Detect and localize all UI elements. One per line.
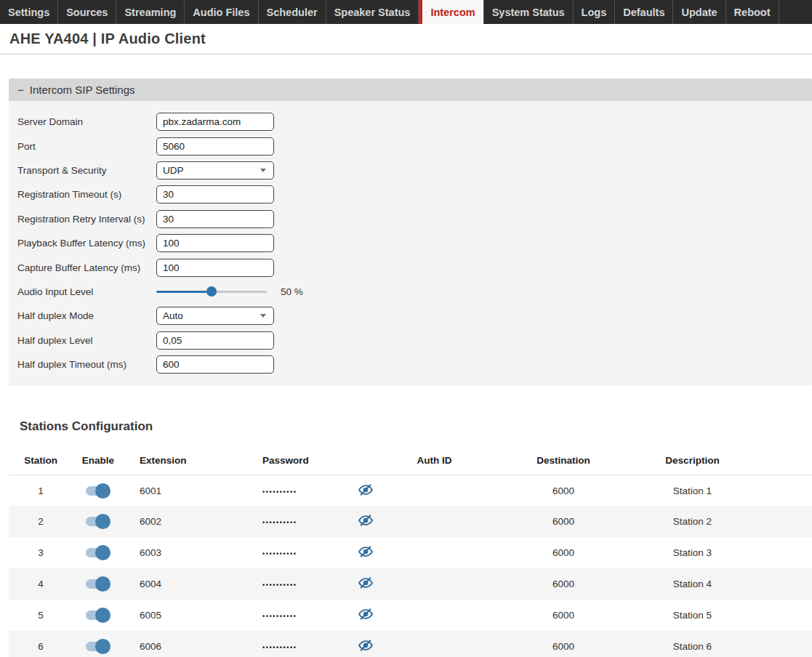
extension-value: 6002 [124, 506, 258, 537]
station-number: 4 [9, 568, 73, 600]
form-row: Registration Retry Interval (s) [17, 207, 812, 231]
field-label: Transport & Security [17, 165, 156, 176]
description-value: Station 4 [643, 568, 741, 600]
description-value: Station 3 [643, 537, 741, 568]
password-dots: •••••••••• [262, 581, 297, 589]
playback-buffer-latency-ms-input[interactable] [156, 234, 274, 252]
nav-tab-intercom[interactable]: Intercom [419, 0, 483, 24]
extension-value: 6004 [124, 568, 258, 600]
nav-tab-logs[interactable]: Logs [574, 0, 616, 24]
audio-input-level-slider[interactable] [156, 286, 267, 297]
enable-cell [73, 600, 124, 631]
toggle-thumb [95, 639, 110, 654]
auth-id-value [385, 600, 483, 631]
extension-value: 6001 [124, 475, 258, 506]
enable-toggle[interactable] [86, 483, 110, 499]
col-header-password: Password [258, 446, 353, 475]
auth-id-value [385, 475, 483, 506]
station-row-5: 56005••••••••••6000Station 5 [9, 600, 812, 631]
registration-retry-interval-s-input[interactable] [156, 210, 274, 228]
visibility-off-icon[interactable] [358, 637, 374, 653]
slider-thumb[interactable] [206, 286, 217, 297]
extension-value: 6006 [124, 631, 258, 657]
visibility-off-icon[interactable] [358, 544, 374, 560]
visibility-off-icon[interactable] [358, 575, 374, 591]
station-number: 5 [9, 600, 73, 631]
nav-tab-settings[interactable]: Settings [0, 0, 58, 24]
auth-id-value [385, 568, 483, 600]
nav-tab-scheduler[interactable]: Scheduler [259, 0, 326, 24]
destination-value: 6000 [483, 475, 643, 506]
enable-toggle[interactable] [86, 545, 110, 560]
station-row-2: 26002••••••••••6000Station 2 [9, 506, 812, 537]
nav-tab-update[interactable]: Update [673, 0, 725, 24]
destination-value: 6000 [483, 600, 643, 631]
row-spacer [741, 537, 812, 568]
col-header-enable: Enable [73, 446, 124, 475]
enable-toggle[interactable] [86, 608, 110, 623]
toggle-thumb [95, 545, 110, 560]
sip-panel-header[interactable]: − Intercom SIP Settings [9, 78, 812, 101]
field-label: Capture Buffer Latency (ms) [17, 262, 156, 273]
extension-value: 6005 [124, 600, 258, 631]
slider-value-label: 50 % [281, 286, 303, 297]
auth-id-value [385, 506, 483, 537]
form-row: Port [17, 134, 812, 158]
destination-value: 6000 [483, 506, 643, 537]
nav-tab-streaming[interactable]: Streaming [116, 0, 185, 24]
transport-security-select[interactable]: UDP [156, 161, 274, 180]
select-wrap: Auto [156, 307, 274, 325]
destination-value: 6000 [483, 631, 643, 657]
station-row-1: 16001••••••••••6000Station 1 [9, 475, 812, 506]
form-row: Half duplex Level [17, 328, 812, 352]
nav-tab-sources[interactable]: Sources [58, 0, 116, 24]
row-spacer [741, 631, 812, 657]
nav-tab-system-status[interactable]: System Status [484, 0, 574, 24]
form-row: Half duplex ModeAuto [17, 304, 812, 328]
password-masked: •••••••••• [258, 631, 353, 657]
station-number: 1 [9, 475, 73, 506]
auth-id-value [385, 631, 483, 657]
server-domain-input[interactable] [156, 113, 274, 131]
nav-tab-defaults[interactable]: Defaults [615, 0, 673, 24]
visibility-off-icon[interactable] [358, 482, 374, 498]
visibility-off-icon[interactable] [358, 512, 374, 528]
password-visibility-cell [353, 631, 385, 657]
nav-tab-reboot[interactable]: Reboot [726, 0, 779, 24]
station-row-6: 66006••••••••••6000Station 6 [9, 631, 812, 657]
toggle-thumb [95, 483, 110, 499]
form-row: Server Domain [17, 110, 812, 134]
enable-toggle[interactable] [86, 639, 110, 654]
field-label: Registration Timeout (s) [17, 189, 156, 200]
visibility-off-icon[interactable] [358, 606, 374, 622]
half-duplex-level-input[interactable] [156, 331, 274, 350]
half-duplex-mode-select[interactable]: Auto [156, 307, 274, 325]
station-number: 3 [9, 537, 73, 568]
station-number: 6 [9, 631, 73, 657]
password-masked: •••••••••• [258, 537, 353, 568]
field-label: Server Domain [17, 116, 156, 127]
capture-buffer-latency-ms-input[interactable] [156, 259, 274, 277]
registration-timeout-s-input[interactable] [156, 185, 274, 203]
row-spacer [741, 506, 812, 537]
port-input[interactable] [156, 137, 274, 156]
password-dots: •••••••••• [262, 488, 297, 496]
nav-tab-audio-files[interactable]: Audio Files [185, 0, 258, 24]
description-value: Station 6 [643, 631, 741, 657]
password-visibility-cell [353, 506, 385, 537]
enable-toggle[interactable] [86, 514, 110, 529]
destination-value: 6000 [483, 568, 643, 600]
col-header-station: Station [9, 446, 73, 475]
nav-tab-speaker-status[interactable]: Speaker Status [326, 0, 419, 24]
page-title: AHE YA404 | IP Audio Client [9, 31, 206, 47]
half-duplex-timeout-ms-input[interactable] [156, 355, 274, 374]
password-masked: •••••••••• [258, 506, 353, 537]
enable-toggle[interactable] [86, 576, 110, 592]
stations-title: Stations Configuration [20, 419, 812, 434]
stations-header-row: StationEnableExtensionPasswordAuth IDDes… [9, 446, 812, 475]
password-visibility-cell [353, 600, 385, 631]
auth-id-value [385, 537, 483, 568]
form-row: Registration Timeout (s) [17, 182, 812, 206]
sip-panel-body: Server DomainPortTransport & SecurityUDP… [9, 101, 812, 386]
collapse-minus-icon[interactable]: − [17, 84, 24, 95]
